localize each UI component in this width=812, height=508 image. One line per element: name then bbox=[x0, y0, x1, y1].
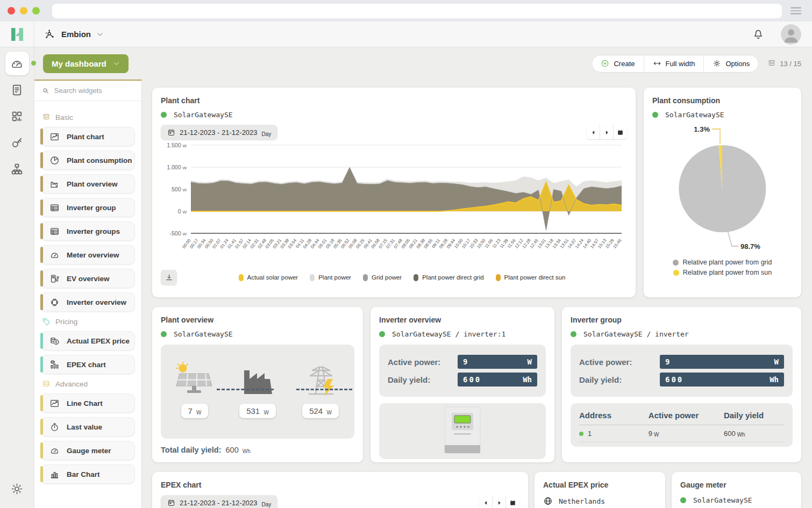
item-accent bbox=[40, 466, 43, 482]
org-switcher[interactable]: Embion bbox=[44, 28, 104, 40]
sidebar-item-last-value[interactable]: Last value bbox=[41, 417, 135, 437]
date-range-picker[interactable]: 21-12-2023 - 21-12-2023 Day bbox=[161, 495, 277, 508]
browser-menu-icon[interactable] bbox=[790, 7, 801, 15]
widget-counter: 13 / 15 bbox=[767, 59, 801, 68]
sidebar-item-actual-epex-price[interactable]: €Actual EPEX price bbox=[41, 331, 135, 350]
sidebar-item-inverter-groups[interactable]: Inverter groups bbox=[41, 221, 135, 241]
widget-title: Plant chart bbox=[161, 96, 627, 105]
col-daily-yield: Daily yield bbox=[724, 411, 784, 420]
device-name: SolarGatewaySE bbox=[693, 496, 752, 504]
widget-title: Plant overview bbox=[161, 316, 354, 324]
nav-widgets[interactable] bbox=[5, 104, 29, 128]
table-icon bbox=[49, 203, 60, 213]
consumption-pie-chart: 1.3%98.7% bbox=[652, 119, 793, 254]
plus-circle-icon bbox=[601, 59, 609, 68]
grid-power-value: 524 W bbox=[302, 404, 339, 418]
sidebar-item-plant-chart[interactable]: Plant chart bbox=[41, 127, 135, 146]
today-button[interactable] bbox=[506, 496, 519, 508]
app-logo[interactable] bbox=[0, 22, 34, 47]
svg-text:-500 W: -500 W bbox=[170, 230, 187, 237]
active-power-value: 9W bbox=[458, 355, 537, 369]
pie-legend: Relative plant power from gridRelative p… bbox=[652, 259, 793, 276]
item-accent bbox=[40, 247, 43, 263]
bars-icon bbox=[49, 469, 60, 480]
globe-icon bbox=[543, 496, 553, 506]
svg-text:€: € bbox=[55, 340, 58, 344]
sidebar-item-plant-consumption[interactable]: Plant consumption bbox=[41, 151, 135, 170]
status-dot bbox=[379, 331, 385, 337]
next-period-button[interactable] bbox=[493, 496, 506, 508]
prev-period-button[interactable] bbox=[587, 125, 600, 139]
nav-access-keys[interactable] bbox=[5, 131, 29, 154]
sidebar-item-plant-overview[interactable]: Plant overview bbox=[41, 174, 135, 194]
traffic-light-minimize[interactable] bbox=[20, 7, 27, 15]
search-input[interactable] bbox=[54, 87, 134, 95]
solar-power-value: 7 W bbox=[181, 404, 209, 418]
legend-item[interactable]: Plant power direct grid bbox=[414, 274, 483, 281]
widget-title: Plant consumption bbox=[652, 96, 793, 105]
create-button[interactable]: Create bbox=[592, 55, 644, 72]
traffic-light-close[interactable] bbox=[8, 7, 15, 15]
full-width-button[interactable]: Full width bbox=[644, 55, 704, 72]
sidebar-item-ev-overview[interactable]: EV overview bbox=[41, 269, 135, 288]
plant-power-value: 531 W bbox=[239, 404, 276, 418]
sidebar-item-epex-chart[interactable]: EPEX chart bbox=[41, 355, 135, 374]
arrow-right-icon bbox=[603, 129, 610, 136]
options-button[interactable]: Options bbox=[704, 55, 758, 72]
today-button[interactable] bbox=[614, 125, 627, 139]
nav-topology[interactable] bbox=[5, 157, 29, 181]
legend-item[interactable]: Relative plant power from grid bbox=[673, 259, 772, 266]
sidebar-item-line-chart[interactable]: Line Chart bbox=[41, 393, 135, 413]
plant-node: 531 W bbox=[236, 355, 280, 439]
date-range-picker[interactable]: 21-12-2023 - 21-12-2023 Day bbox=[161, 125, 277, 140]
stopwatch-icon bbox=[49, 422, 60, 432]
widget-plant-overview: Plant overview SolarGatewaySE bbox=[152, 307, 363, 462]
chevron-down-icon bbox=[113, 60, 120, 67]
download-button[interactable] bbox=[161, 270, 177, 285]
sidebar-item-gauge-meter[interactable]: Gauge meter bbox=[41, 441, 135, 460]
legend-item[interactable]: Actual solar power bbox=[239, 274, 298, 281]
table-row[interactable]: 1 9W 600Wh bbox=[579, 425, 784, 442]
nav-settings[interactable] bbox=[5, 477, 29, 500]
active-power-label: Active power: bbox=[579, 357, 660, 367]
nav-dashboards[interactable] bbox=[5, 52, 29, 75]
table-icon bbox=[49, 226, 60, 237]
dashboard-canvas: Plant chart SolarGatewaySE 21-12-2023 - … bbox=[142, 80, 812, 508]
legend-item[interactable]: Relative plant power from sun bbox=[673, 269, 772, 276]
notifications-bell-icon[interactable] bbox=[752, 28, 765, 41]
sidebar-item-inverter-overview[interactable]: Inverter overview bbox=[41, 292, 135, 312]
dashboard-selector-button[interactable]: My dashboard bbox=[43, 54, 129, 73]
arrow-left-icon bbox=[590, 129, 597, 136]
document-icon bbox=[10, 83, 24, 97]
widget-title: Gauge meter bbox=[680, 481, 793, 489]
item-accent bbox=[40, 395, 43, 411]
flow-connector bbox=[217, 389, 274, 390]
chart-legend: Actual solar powerPlant powerGrid powerP… bbox=[177, 274, 627, 281]
arrows-horizontal-icon bbox=[653, 59, 661, 68]
calendar-icon bbox=[167, 128, 175, 137]
gear-icon bbox=[713, 59, 721, 68]
url-bar[interactable] bbox=[52, 4, 782, 18]
next-period-button[interactable] bbox=[600, 125, 614, 139]
org-name: Embion bbox=[61, 30, 91, 39]
sidebar-section-heading: Basic bbox=[42, 113, 135, 121]
logo-h-icon bbox=[10, 27, 25, 42]
dashboard-toolbar: My dashboard Create Full width bbox=[34, 47, 812, 80]
legend-item[interactable]: Plant power bbox=[310, 274, 351, 281]
legend-dot bbox=[496, 274, 501, 281]
legend-dot bbox=[414, 274, 418, 281]
legend-item[interactable]: Grid power bbox=[363, 274, 402, 281]
item-accent bbox=[40, 419, 43, 435]
prev-period-button[interactable] bbox=[479, 496, 493, 508]
tag-icon bbox=[42, 317, 51, 326]
sidebar-item-inverter-group[interactable]: Inverter group bbox=[41, 198, 135, 217]
legend-item[interactable]: Plant power direct sun bbox=[496, 274, 566, 281]
widget-title: EPEX chart bbox=[161, 481, 519, 489]
sidebar-item-bar-chart[interactable]: Bar Chart bbox=[41, 464, 135, 484]
user-avatar[interactable] bbox=[781, 24, 801, 45]
nav-documents[interactable] bbox=[5, 78, 29, 102]
download-icon bbox=[165, 274, 173, 282]
traffic-light-zoom[interactable] bbox=[32, 7, 40, 15]
item-accent bbox=[40, 294, 43, 310]
sidebar-item-meter-overview[interactable]: Meter overview bbox=[41, 245, 135, 264]
